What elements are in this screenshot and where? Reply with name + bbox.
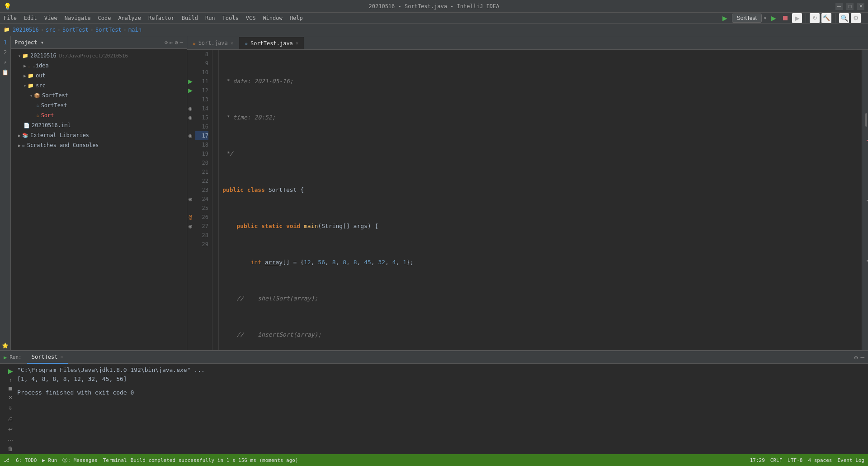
tree-sorttest-pkg[interactable]: ▾ 📦 SortTest xyxy=(11,90,187,100)
stop-button[interactable]: ⏹ xyxy=(780,13,790,23)
menu-vcs[interactable]: VCS xyxy=(242,13,259,24)
terminal-command-line: "C:\Program Files\Java\jdk1.8.0_192\bin\… xyxy=(17,366,864,375)
code-editor[interactable]: ▶ ▶ ◉ ◉ ◉ ◉ @ ◉ xyxy=(187,50,868,350)
sort-java-label: Sort.java xyxy=(198,40,228,46)
tree-src-folder[interactable]: ▾ 📁 src xyxy=(11,81,187,90)
gutter-12[interactable]: ▶ xyxy=(188,86,193,95)
menu-navigate[interactable]: Navigate xyxy=(61,13,94,24)
gutter-11[interactable]: ▶ xyxy=(188,77,193,86)
locate-file-button[interactable]: ⊙ xyxy=(165,39,168,46)
sorttest-run-label: SortTest xyxy=(32,354,58,360)
breadcrumb-project[interactable]: 20210516 xyxy=(13,27,39,33)
term-btn-close[interactable]: ✕ xyxy=(6,394,15,401)
settings-button[interactable]: ⚙ xyxy=(851,13,861,23)
coverage-button[interactable]: ▶ xyxy=(792,13,802,23)
collapse-all-button[interactable]: ⇤ xyxy=(170,39,173,46)
menu-edit[interactable]: Edit xyxy=(20,13,41,24)
term-btn-up[interactable]: ↑ xyxy=(6,376,15,384)
debug-button[interactable]: ▶ xyxy=(769,13,778,23)
menu-refactor[interactable]: Refactor xyxy=(145,13,178,24)
status-indent[interactable]: 4 spaces xyxy=(808,457,832,463)
terminal-process-exit: Process finished with exit code 0 xyxy=(17,388,864,397)
update-button[interactable]: ↻ xyxy=(810,13,820,23)
menu-run[interactable]: Run xyxy=(202,13,219,24)
tree-sort-file[interactable]: ☕ Sort xyxy=(11,110,187,120)
close-button[interactable]: ✕ xyxy=(857,3,864,10)
bottom-hide-icon[interactable]: ─ xyxy=(861,354,864,361)
tree-root-arrow: ▾ xyxy=(18,53,21,58)
hide-panel-button[interactable]: ─ xyxy=(180,39,183,46)
breadcrumb-sep-1: › xyxy=(41,27,44,33)
menu-file[interactable]: File xyxy=(0,13,20,24)
menu-build[interactable]: Build xyxy=(178,13,202,24)
status-run[interactable]: ▶ Run xyxy=(42,457,57,463)
term-btn-wrap[interactable]: ↩ xyxy=(6,426,15,433)
tree-out-folder[interactable]: ▶ 📁 out xyxy=(11,71,187,81)
sorttest-java-close[interactable]: ✕ xyxy=(296,40,299,46)
breadcrumb-icon: 📁 xyxy=(4,27,10,33)
term-btn-trash[interactable]: 🗑 xyxy=(6,446,15,453)
menu-window[interactable]: Window xyxy=(259,13,286,24)
settings-project-button[interactable]: ⚙ xyxy=(175,39,178,46)
tab-sort-java[interactable]: ☕ Sort.java ✕ xyxy=(187,37,239,49)
code-line-8: * date: 2021-05-16; xyxy=(222,77,858,86)
breadcrumb-sorttest-class[interactable]: SortTest xyxy=(95,27,122,33)
menu-code[interactable]: Code xyxy=(94,13,115,24)
menu-help[interactable]: Help xyxy=(286,13,307,24)
sidebar-icon-1[interactable]: 1 xyxy=(1,38,10,47)
term-btn-scroll-end[interactable]: ⇩ xyxy=(6,405,15,412)
run-again-button[interactable]: ▶ xyxy=(6,367,15,375)
term-btn-stop[interactable]: ⏹ xyxy=(6,385,15,393)
maximize-button[interactable]: □ xyxy=(846,3,854,10)
title-bar-controls[interactable]: ─ □ ✕ xyxy=(835,3,864,10)
sidebar-icon-2[interactable]: 2 xyxy=(1,48,10,57)
sidebar-icon-3[interactable]: ⚡ xyxy=(1,58,10,67)
status-git-icon: ⎇ xyxy=(4,457,9,463)
tree-root[interactable]: ▾ 📁 20210516 D:/JavaProject/20210516 xyxy=(11,51,187,61)
bottom-settings-icon[interactable]: ⚙ xyxy=(854,354,858,361)
menu-view[interactable]: View xyxy=(41,13,61,24)
run-terminal[interactable]: ▶ ↑ ⏹ ✕ ⇩ 🖨 ↩ ⋯ 🗑 "C:\Program Files\Java… xyxy=(0,364,868,454)
run-label: Run: xyxy=(9,354,22,360)
sorttest-java-icon: ☕ xyxy=(245,40,248,46)
tree-external-libs[interactable]: ▶ 📚 External Libraries xyxy=(11,130,187,140)
breadcrumb-main[interactable]: main xyxy=(128,27,142,33)
sidebar-icon-4[interactable]: 📋 xyxy=(1,68,10,77)
code-line-12: public static void main(String[] args) { xyxy=(222,222,858,231)
run-config-name[interactable]: SortTest xyxy=(732,14,762,23)
tree-scratches-icon: ✏️ xyxy=(22,143,25,148)
build-button[interactable]: 🔨 xyxy=(821,13,831,23)
tree-scratches[interactable]: ▶ ✏️ Scratches and Consoles xyxy=(11,140,187,150)
sorttest-run-close[interactable]: ✕ xyxy=(61,354,63,359)
status-terminal[interactable]: Terminal xyxy=(103,457,127,463)
run-config-toolbar: ▶ SortTest ▾ ▶ ⏹ ▶ ↻ 🔨 🔍 ⚙ xyxy=(720,13,864,23)
tab-sorttest-run[interactable]: SortTest ✕ xyxy=(27,351,68,364)
search-everywhere-button[interactable]: 🔍 xyxy=(839,13,849,23)
breadcrumb-bar: 📁 20210516 › src › SortTest › SortTest ›… xyxy=(0,24,868,36)
run-config-dropdown[interactable]: ▾ xyxy=(764,15,767,21)
breadcrumb-sorttest-pkg[interactable]: SortTest xyxy=(62,27,89,33)
term-btn-print[interactable]: 🖨 xyxy=(6,415,15,423)
code-content[interactable]: * date: 2021-05-16; * time: 20:52; */ pu… xyxy=(219,50,862,350)
minimize-button[interactable]: ─ xyxy=(835,3,843,10)
sort-java-close[interactable]: ✕ xyxy=(231,40,234,46)
tree-idea-folder[interactable]: ▶ . .idea xyxy=(11,61,187,71)
status-event-log[interactable]: Event Log xyxy=(837,457,864,463)
breadcrumb-src[interactable]: src xyxy=(46,27,56,33)
status-todo[interactable]: 6: TODO xyxy=(16,457,37,463)
status-messages[interactable]: ⓪: Messages xyxy=(62,457,97,464)
bottom-tabs: ▶ Run: SortTest ✕ ⚙ ─ xyxy=(0,351,868,364)
menu-tools[interactable]: Tools xyxy=(219,13,242,24)
status-crlf[interactable]: CRLF xyxy=(770,457,783,463)
tab-sorttest-java[interactable]: ☕ SortTest.java ✕ xyxy=(239,37,304,49)
tree-src-icon: 📁 xyxy=(28,83,34,89)
sidebar-icon-5[interactable]: ⭐ xyxy=(1,341,10,350)
menu-analyze[interactable]: Analyze xyxy=(114,13,145,24)
breadcrumb-sep-4: › xyxy=(123,27,127,33)
status-encoding[interactable]: UTF-8 xyxy=(788,457,802,463)
tree-sorttest-file[interactable]: ☕ SortTest xyxy=(11,100,187,110)
term-btn-filter[interactable]: ⋯ xyxy=(6,437,15,444)
run-button[interactable]: ▶ xyxy=(720,13,730,23)
tree-iml-file[interactable]: 📄 20210516.iml xyxy=(11,120,187,130)
right-scrollbar[interactable] xyxy=(862,50,868,350)
